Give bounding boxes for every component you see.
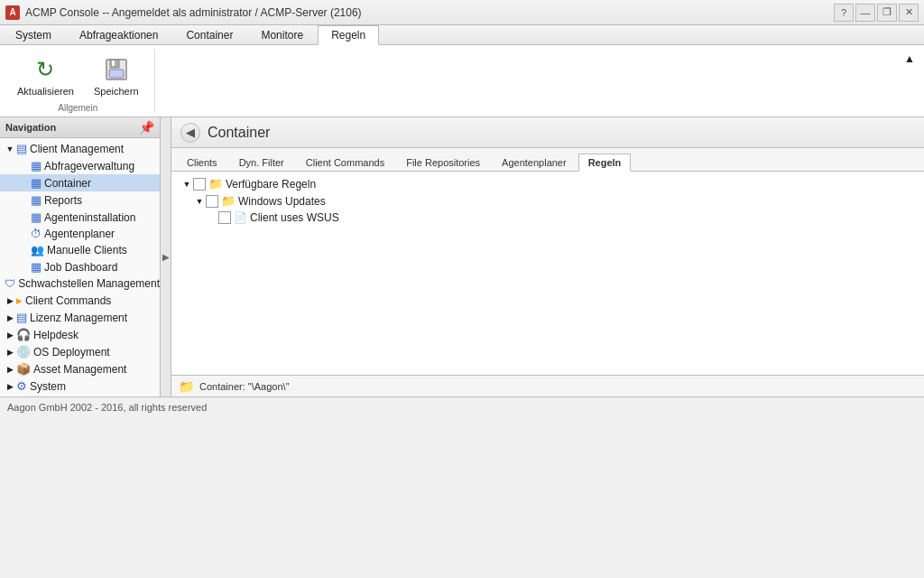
minimize-button[interactable]: — [855,4,875,22]
rules-chevron-down-icon-2[interactable]: ▼ [193,197,206,206]
nav-pin-icon[interactable]: 📌 [139,120,154,135]
chevron-right-icon-3[interactable]: ▶ [4,331,16,340]
sidebar-item-schwachstellen-management[interactable]: 🛡 Schwachstellen Management [0,275,160,292]
system-icon: ⚙ [16,379,27,393]
sidebar-item-asset-management[interactable]: ▶ 📦 Asset Management [0,360,160,378]
client-uses-wsus-icon: 📄 [234,211,247,224]
tab-regeln[interactable]: Regeln [318,25,379,45]
reports-label: Reports [44,194,82,207]
sub-tab-clients[interactable]: Clients [177,154,227,171]
sidebar-item-abfrageverwaltung[interactable]: ▦ Abfrageverwaltung [0,157,160,174]
tab-monitore[interactable]: Monitore [247,25,317,44]
client-management-label: Client Management [30,143,124,155]
maximize-button[interactable]: ❐ [877,4,897,22]
lizenz-management-label: Lizenz Management [30,312,127,324]
sub-tab-agentenplaner[interactable]: Agentenplaner [492,154,577,171]
job-dashboard-icon: ▦ [31,260,42,274]
speichern-button[interactable]: Speichern [86,51,147,101]
windows-updates-checkbox[interactable] [206,195,218,208]
agentenplaner-icon: ⏱ [31,228,42,240]
speichern-label: Speichern [94,86,139,97]
chevron-down-icon[interactable]: ▼ [4,144,16,154]
sub-tab-regeln[interactable]: Regeln [578,154,632,172]
close-button[interactable]: ✕ [899,4,919,22]
back-button[interactable]: ◀ [180,123,200,143]
abfrageverwaltung-label: Abfrageverwaltung [44,160,134,172]
content-panel: ◀ Container Clients Dyn. Filter Client C… [171,117,924,396]
nav-header: Navigation 📌 [0,117,160,138]
verfuegbare-regeln-checkbox[interactable] [193,178,206,191]
sidebar-item-manuelle-clients[interactable]: 👥 Manuelle Clients [0,242,160,258]
content-footer: 📁 Container: "\Aagon\" [171,375,924,396]
nav-title: Navigation [5,122,56,133]
verfuegbare-regeln-label: Verfügbare Regeln [226,178,316,191]
chevron-right-icon[interactable]: ▶ [4,296,16,305]
nav-collapse-button[interactable]: ▶ [161,117,171,396]
system-label: System [30,380,66,393]
sidebar-item-job-dashboard[interactable]: ▦ Job Dashboard [0,258,160,275]
aktualisieren-label: Aktualisieren [17,86,74,97]
rules-tree-item-client-uses-wsus[interactable]: 📄 Client uses WSUS [175,210,920,226]
nav-tree: ▼ ▤ Client Management ▦ Abfrageverwaltun… [0,138,160,396]
help-button[interactable]: ? [834,4,854,22]
statusbar-text: Aagon GmbH 2002 - 2016, all rights reser… [7,402,207,413]
windows-updates-label: Windows Updates [238,195,326,208]
sub-tab-bar: Clients Dyn. Filter Client Commands File… [171,148,924,172]
chevron-right-icon-2[interactable]: ▶ [4,313,16,322]
sidebar-item-system[interactable]: ▶ ⚙ System [0,378,160,395]
asset-management-icon: 📦 [16,362,31,376]
tab-system[interactable]: System [2,25,65,44]
chevron-right-icon-4[interactable]: ▶ [4,348,16,357]
manuelle-clients-icon: 👥 [31,244,44,256]
container-label: Container [44,177,91,190]
sidebar-item-client-commands[interactable]: ▶ ▸ Client Commands [0,292,160,309]
sidebar-item-reports[interactable]: ▦ Reports [0,191,160,209]
ribbon-group-allgemein: ↻ Aktualisieren Speichern Allgemein [5,49,155,113]
verfuegbare-regeln-folder-icon: 📁 [208,177,223,191]
sidebar-item-os-deployment[interactable]: ▶ 💿 OS Deployment [0,343,160,360]
content-header: ◀ Container [171,117,924,148]
tab-container[interactable]: Container [172,25,246,44]
sub-tab-file-repositories[interactable]: File Repositories [396,154,490,171]
sidebar-item-agenteninstallation[interactable]: ▦ Agenteninstallation [0,209,160,226]
footer-folder-icon: 📁 [179,379,194,394]
os-deployment-icon: 💿 [16,345,31,359]
lizenz-management-icon: ▤ [16,311,27,324]
chevron-right-icon-5[interactable]: ▶ [4,365,16,374]
sidebar-item-agentenplaner[interactable]: ⏱ Agentenplaner [0,226,160,242]
sidebar-item-container[interactable]: ▦ Container [0,174,160,191]
allgemein-group-label: Allgemein [58,101,97,113]
sidebar-item-client-management[interactable]: ▼ ▤ Client Management [0,140,160,157]
main-area: Navigation 📌 ▼ ▤ Client Management ▦ Abf… [0,117,924,396]
abfrageverwaltung-icon: ▦ [31,159,42,172]
reports-icon: ▦ [31,193,42,207]
window-controls[interactable]: ? — ❐ ✕ [834,4,919,22]
refresh-icon: ↻ [31,55,60,84]
job-dashboard-label: Job Dashboard [44,261,117,274]
window-title: ACMP Console -- Angemeldet als administr… [25,6,362,19]
sidebar-item-helpdesk[interactable]: ▶ 🎧 Helpdesk [0,326,160,343]
helpdesk-label: Helpdesk [33,329,79,341]
rules-tree-item-windows-updates[interactable]: ▼ 📁 Windows Updates [175,192,920,210]
sub-tab-client-commands[interactable]: Client Commands [296,154,394,171]
title-bar: A ACMP Console -- Angemeldet als adminis… [0,0,924,25]
ribbon-collapse-button[interactable]: ▲ [901,49,919,113]
sidebar-item-lizenz-management[interactable]: ▶ ▤ Lizenz Management [0,309,160,326]
save-icon [102,55,131,84]
footer-text: Container: "\Aagon\" [199,381,290,392]
agentenplaner-label: Agentenplaner [44,228,115,240]
manuelle-clients-label: Manuelle Clients [47,244,127,256]
tab-abfrageaktionen[interactable]: Abfrageaktionen [66,25,171,44]
svg-rect-3 [112,61,115,66]
rules-chevron-down-icon[interactable]: ▼ [180,180,193,189]
content-title: Container [208,125,270,141]
client-uses-wsus-checkbox[interactable] [218,211,231,224]
agenteninstallation-icon: ▦ [31,210,42,224]
sub-tab-dyn-filter[interactable]: Dyn. Filter [229,154,294,171]
aktualisieren-button[interactable]: ↻ Aktualisieren [9,51,82,101]
app-icon: A [5,5,20,20]
client-management-icon: ▤ [16,142,27,155]
chevron-right-icon-6[interactable]: ▶ [4,382,16,391]
rules-tree-item-verfuegbare-regeln[interactable]: ▼ 📁 Verfügbare Regeln [175,175,920,192]
container-icon: ▦ [31,176,42,190]
